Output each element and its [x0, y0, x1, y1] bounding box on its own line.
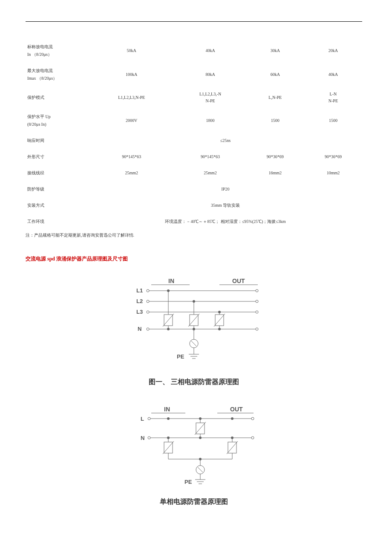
- cell: 1800: [174, 109, 246, 133]
- svg-point-10: [256, 311, 258, 313]
- cell: L-NN-PE: [304, 87, 362, 109]
- svg-line-63: [227, 441, 238, 454]
- cell: 2000V: [89, 109, 174, 133]
- cell: 16mm2: [246, 165, 304, 181]
- cell: 90*36*69: [246, 149, 304, 165]
- n-label: N: [141, 435, 144, 441]
- cell: 80kA: [174, 63, 246, 87]
- svg-point-46: [251, 436, 254, 439]
- cell: 40kA: [304, 63, 362, 87]
- n-label: N: [138, 326, 141, 332]
- cell-span: ≤25ns: [89, 133, 362, 149]
- table-row: 最大放电电流Imax （8/20μs） 100kA 80kA 60kA 40kA: [26, 63, 362, 87]
- three-phase-schematic-icon: IN OUT L1 L2 L3 N: [121, 275, 266, 373]
- cell: 1500: [304, 109, 362, 133]
- svg-point-43: [251, 417, 254, 420]
- cell: 90*145*63: [174, 149, 246, 165]
- table-row: 标称放电电流In （8/20μs） 50kA 40kA 30kA 20kA: [26, 39, 362, 63]
- row-label: 标称放电电流In （8/20μs）: [26, 39, 89, 63]
- row-label: 外形尺寸: [26, 149, 89, 165]
- cell: 25mm2: [89, 165, 174, 181]
- row-label: 保护水平 Up(8/20μs In): [26, 109, 89, 133]
- table-row: 保护水平 Up(8/20μs In) 2000V 1800 1500 1500: [26, 109, 362, 133]
- cell: 50kA: [89, 39, 174, 63]
- cell: 10mm2: [304, 165, 362, 181]
- cell-span: 环境温度：－40℃～＋85℃； 相对湿度：≤95%(25℃)；海拔≤3km: [89, 214, 362, 230]
- table-row: 保护模式 L1,L2,L3,N-PE L1,L2,L3,-NN-PE L,N-P…: [26, 87, 362, 109]
- svg-line-59: [163, 441, 174, 454]
- row-label: 工作环境: [26, 214, 89, 230]
- svg-point-49: [231, 417, 233, 420]
- l3-label: L3: [136, 309, 143, 315]
- pe-label: PE: [177, 353, 184, 360]
- figure-three-phase: IN OUT L1 L2 L3 N: [26, 275, 362, 387]
- page-divider: [26, 21, 362, 22]
- svg-point-44: [148, 436, 150, 439]
- row-label: 防护等级: [26, 181, 89, 197]
- svg-point-2: [147, 289, 149, 292]
- out-label: OUT: [230, 406, 243, 413]
- table-row: 响应时间 ≤25ns: [26, 133, 362, 149]
- table-row: 安装方式 35mm 导轨安装: [26, 197, 362, 214]
- cell: L1,L2,L3,N-PE: [89, 87, 174, 109]
- cell: 90*36*69: [304, 149, 362, 165]
- cell: 30kA: [246, 39, 304, 63]
- svg-line-34: [191, 341, 196, 346]
- figure1-caption: 图一、 三相电源防雷器原理图: [26, 378, 362, 387]
- svg-point-8: [147, 311, 149, 313]
- svg-point-5: [147, 300, 149, 303]
- cell: L1,L2,L3,-NN-PE: [174, 87, 246, 109]
- svg-line-26: [188, 314, 199, 327]
- cell: L,N-PE: [246, 87, 304, 109]
- cell: 100kA: [89, 63, 174, 87]
- svg-line-55: [195, 422, 206, 435]
- section-title: 交流电源 spd 浪涌保护器产品原理图及尺寸图: [26, 255, 366, 263]
- table-row: 接线线径 25mm2 25mm2 16mm2 10mm2: [26, 165, 362, 181]
- cell-span: IP20: [89, 181, 362, 197]
- figure2-caption: 单相电源防雷器原理图: [26, 497, 362, 506]
- svg-point-7: [256, 300, 258, 303]
- single-phase-schematic-icon: IN OUT L N: [121, 404, 266, 493]
- in-label: IN: [164, 406, 170, 413]
- cell: 1500: [246, 109, 304, 133]
- row-label: 最大放电电流Imax （8/20μs）: [26, 63, 89, 87]
- in-label: IN: [168, 278, 174, 284]
- svg-point-47: [167, 417, 170, 420]
- row-label: 响应时间: [26, 133, 89, 149]
- pe-label: PE: [184, 479, 192, 485]
- table-row: 防护等级 IP20: [26, 181, 362, 197]
- spec-table: 标称放电电流In （8/20μs） 50kA 40kA 30kA 20kA 最大…: [26, 39, 362, 230]
- row-label: 接线线径: [26, 165, 89, 181]
- svg-line-69: [198, 467, 203, 472]
- row-label: 保护模式: [26, 87, 89, 109]
- svg-line-22: [163, 314, 174, 327]
- svg-point-11: [147, 328, 149, 330]
- table-row: 工作环境 环境温度：－40℃～＋85℃； 相对湿度：≤95%(25℃)；海拔≤3…: [26, 214, 362, 230]
- figure-single-phase: IN OUT L N: [26, 404, 362, 506]
- l-label: L: [141, 416, 144, 422]
- cell: 25mm2: [174, 165, 246, 181]
- cell-span: 35mm 导轨安装: [89, 197, 362, 214]
- cell: 40kA: [174, 39, 246, 63]
- l2-label: L2: [136, 298, 143, 304]
- cell: 60kA: [246, 63, 304, 87]
- svg-point-41: [148, 417, 150, 420]
- cell: 20kA: [304, 39, 362, 63]
- row-label: 安装方式: [26, 197, 89, 214]
- table-row: 外形尺寸 90*145*63 90*145*63 90*36*69 90*36*…: [26, 149, 362, 165]
- cell: 90*145*63: [89, 149, 174, 165]
- l1-label: L1: [136, 287, 143, 294]
- out-label: OUT: [232, 278, 245, 284]
- svg-point-13: [256, 328, 258, 330]
- svg-line-30: [214, 314, 225, 327]
- spec-note: 注：产品规格可能不定期更新,请咨询安普迅公司了解详情.: [26, 232, 362, 238]
- svg-point-4: [256, 289, 258, 292]
